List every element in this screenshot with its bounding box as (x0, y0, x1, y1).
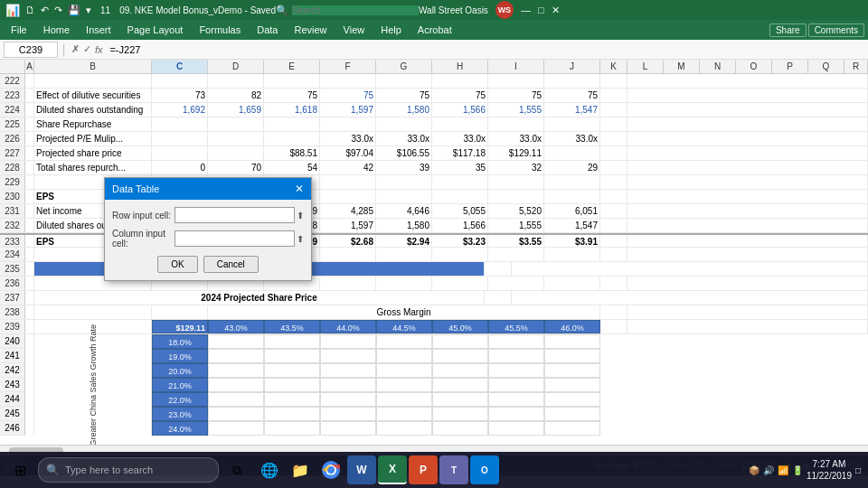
sens-data-row-3[interactable] (208, 363, 600, 378)
cell-224-h[interactable]: 1,566 (432, 103, 488, 117)
title-search-input[interactable] (292, 5, 419, 15)
cell-228-b[interactable]: Total shares repurch... (34, 161, 152, 174)
col-b-header[interactable]: B (34, 60, 152, 73)
cell-237-a[interactable] (25, 291, 34, 305)
sens-d3c6[interactable] (488, 363, 544, 378)
cell-232-f[interactable]: 1,597 (320, 219, 376, 232)
cell-222-d[interactable] (208, 74, 264, 88)
cell-223-d[interactable]: 82 (208, 89, 264, 102)
menu-formulas[interactable]: Formulas (192, 23, 248, 37)
sens-data-row-2[interactable] (208, 349, 600, 363)
sens-d2c5[interactable] (432, 349, 488, 363)
excel-taskbar-icon[interactable]: X (378, 455, 407, 484)
cell-239-rest[interactable] (627, 320, 868, 333)
cell-236-k[interactable] (600, 277, 627, 290)
task-view-button[interactable]: ⧉ (221, 454, 253, 486)
maximize-button[interactable]: □ (538, 5, 544, 15)
cell-223-i[interactable]: 75 (488, 89, 544, 102)
sens-data-row-4[interactable] (208, 378, 600, 392)
col-l-header[interactable]: L (627, 60, 664, 73)
cell-226-rest[interactable] (627, 132, 868, 145)
sens-d4c7[interactable] (544, 378, 600, 392)
cell-222-c[interactable] (152, 74, 208, 88)
col-r-header[interactable]: R (844, 60, 868, 73)
cell-223-j[interactable]: 75 (544, 89, 600, 102)
cell-238-c[interactable] (152, 305, 208, 319)
col-q-header[interactable]: Q (808, 60, 844, 73)
cell-234-f[interactable] (320, 248, 376, 261)
col-h-header[interactable]: H (432, 60, 488, 73)
sens-d3c7[interactable] (544, 363, 600, 378)
sens-d2c4[interactable] (376, 349, 432, 363)
sens-d1c2[interactable] (264, 334, 320, 349)
sens-d6c6[interactable] (488, 407, 544, 421)
cell-232-g[interactable]: 1,580 (376, 219, 432, 232)
cell-222-b[interactable] (34, 74, 152, 88)
sens-d5c1[interactable] (208, 392, 264, 407)
cell-237-k[interactable] (485, 291, 512, 305)
cell-228-c[interactable]: 0 (152, 161, 208, 174)
cell-228-h[interactable]: 35 (432, 161, 488, 174)
cell-230-j[interactable] (544, 190, 600, 203)
sens-d5c6[interactable] (488, 392, 544, 407)
sens-d5c5[interactable] (432, 392, 488, 407)
cell-238-rest[interactable] (627, 305, 868, 319)
cell-227-rest[interactable] (627, 146, 868, 160)
sens-d1c7[interactable] (544, 334, 600, 349)
cell-236-f[interactable] (320, 277, 376, 290)
cell-234-g[interactable] (376, 248, 432, 261)
dialog-help-icon[interactable]: ? (284, 183, 289, 194)
ok-button[interactable]: OK (157, 256, 197, 273)
cell-227-a[interactable] (25, 146, 34, 160)
cell-233-g[interactable]: $2.94 (376, 235, 432, 247)
cell-225-k[interactable] (600, 117, 627, 131)
cell-233-f[interactable]: $2.68 (320, 235, 376, 247)
col-input-field[interactable] (175, 230, 295, 247)
sens-d6c5[interactable] (432, 407, 488, 421)
edge-icon[interactable]: 🌐 (255, 455, 284, 484)
cell-234-i[interactable] (488, 248, 544, 261)
cell-226-i[interactable]: 33.0x (488, 132, 544, 145)
powerpoint-icon[interactable]: P (409, 455, 438, 484)
cell-233-i[interactable]: $3.55 (488, 235, 544, 247)
col-e-header[interactable]: E (264, 60, 320, 73)
share-button[interactable]: Share (769, 23, 807, 37)
taskbar-search-placeholder[interactable]: Type here to search (65, 465, 153, 475)
cell-224-c[interactable]: 1,692 (152, 103, 208, 117)
cell-222-rest[interactable] (627, 74, 868, 88)
file-explorer-icon[interactable]: 📁 (286, 455, 315, 484)
cell-225-h[interactable] (432, 117, 488, 131)
cell-234-rest[interactable] (627, 248, 868, 261)
sens-d1c6[interactable] (488, 334, 544, 349)
cell-235-a[interactable] (25, 262, 34, 276)
col-j-header[interactable]: J (544, 60, 600, 73)
cell-222-i[interactable] (488, 74, 544, 88)
col-g-header[interactable]: G (376, 60, 432, 73)
cell-227-k[interactable] (600, 146, 627, 160)
sens-d7c4[interactable] (376, 421, 432, 436)
cell-228-d[interactable]: 70 (208, 161, 264, 174)
sens-d2c2[interactable] (264, 349, 320, 363)
cell-228-a[interactable] (25, 161, 34, 174)
cell-225-d[interactable] (208, 117, 264, 131)
confirm-formula-icon[interactable]: ✓ (83, 43, 91, 55)
sens-d7c3[interactable] (320, 421, 376, 436)
cell-230-rest[interactable] (627, 190, 868, 203)
cell-225-a[interactable] (25, 117, 34, 131)
sens-d6c1[interactable] (208, 407, 264, 421)
cell-227-i[interactable]: $129.11 (488, 146, 544, 160)
cell-225-e[interactable] (264, 117, 320, 131)
cell-223-rest[interactable] (627, 89, 868, 102)
cell-231-a[interactable] (25, 204, 34, 218)
cell-227-c[interactable] (152, 146, 208, 160)
sens-d4c3[interactable] (320, 378, 376, 392)
sens-d6c4[interactable] (376, 407, 432, 421)
cell-239-k[interactable] (600, 320, 627, 333)
col-a-body[interactable] (25, 334, 34, 436)
comments-button[interactable]: Comments (808, 23, 864, 37)
cell-227-d[interactable] (208, 146, 264, 160)
cell-224-f[interactable]: 1,597 (320, 103, 376, 117)
cell-233-j[interactable]: $3.91 (544, 235, 600, 247)
cell-228-j[interactable]: 29 (544, 161, 600, 174)
col-o-header[interactable]: O (736, 60, 772, 73)
